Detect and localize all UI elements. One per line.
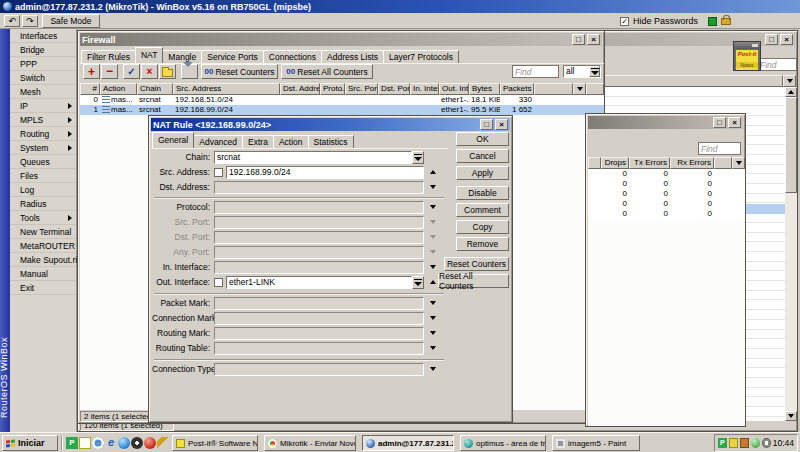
expand-arrow-icon[interactable] xyxy=(430,265,436,269)
tab-service-ports[interactable]: Service Ports xyxy=(201,50,264,63)
task-button-mikrotik-browser[interactable]: Mikrotik - Enviar Novo Tó... xyxy=(264,435,356,451)
tray-folder-icon[interactable] xyxy=(740,438,749,448)
out-interface-input[interactable]: ether1-LINK xyxy=(226,276,412,289)
in-interface-input[interactable] xyxy=(214,261,424,274)
sidebar-item-bridge[interactable]: Bridge xyxy=(10,43,76,57)
close-icon[interactable]: × xyxy=(780,34,793,45)
any-port-input[interactable] xyxy=(214,246,424,259)
minimize-icon[interactable]: □ xyxy=(572,34,585,45)
tab-connections[interactable]: Connections xyxy=(263,50,322,63)
sidebar-item-exit[interactable]: Exit xyxy=(10,281,76,295)
firewall-find-input[interactable] xyxy=(512,65,559,78)
col-dst-address[interactable]: Dst. Address xyxy=(280,83,320,95)
stats-row[interactable]: 000 xyxy=(588,179,745,189)
tab-statistics[interactable]: Statistics xyxy=(308,135,354,148)
sidebar-item-ip[interactable]: IP xyxy=(10,99,76,113)
task-button-winbox[interactable]: admin@177.87.231.2 ... xyxy=(362,435,454,451)
tab-layer7-protocols[interactable]: Layer7 Protocols xyxy=(383,50,459,63)
chain-dropdown-button[interactable] xyxy=(412,151,424,164)
tab-filter-rules[interactable]: Filter Rules xyxy=(81,50,136,63)
col-tx-errors[interactable]: Tx Errors xyxy=(629,157,670,169)
safe-mode-button[interactable]: Safe Mode xyxy=(42,14,100,28)
tab-general[interactable]: General xyxy=(152,132,194,148)
out-interface-dropdown-button[interactable] xyxy=(412,276,424,289)
col-out-interface[interactable]: Out. Int... xyxy=(439,83,469,95)
col-chain[interactable]: Chain xyxy=(137,83,173,95)
app-titlebar[interactable]: admin@177.87.231.2 (MikroTik) - WinBox v… xyxy=(0,0,800,13)
comment-button[interactable] xyxy=(159,64,176,79)
tab-address-lists[interactable]: Address Lists xyxy=(321,50,384,63)
quick-launch-note-icon[interactable] xyxy=(79,437,91,449)
sidebar-item-make-supout[interactable]: Make Supout.rif xyxy=(10,253,76,267)
minimize-icon[interactable]: □ xyxy=(713,117,726,128)
sidebar-item-queues[interactable]: Queues xyxy=(10,155,76,169)
background-column-menu-button[interactable] xyxy=(783,75,796,87)
quick-launch-notes-icon[interactable]: P xyxy=(66,437,78,449)
redo-button[interactable]: ↷ xyxy=(22,15,38,27)
src-address-negate-checkbox[interactable] xyxy=(214,168,223,177)
col-dst-port[interactable]: Dst. Port xyxy=(378,83,410,95)
scroll-down-button[interactable] xyxy=(785,411,797,421)
nat-dialog-titlebar[interactable]: NAT Rule <192.168.99.0/24> □ × xyxy=(151,118,510,131)
stats-row[interactable]: 000 xyxy=(588,199,745,209)
quick-launch-chrome-icon[interactable] xyxy=(92,437,104,449)
reset-all-counters-button[interactable]: Reset All Counters xyxy=(438,274,509,288)
reset-counters-button[interactable]: 00 Reset Counters xyxy=(201,64,278,79)
sidebar-item-mpls[interactable]: MPLS xyxy=(10,113,76,127)
tray-notes-icon[interactable]: P xyxy=(718,438,727,448)
minimize-icon[interactable]: □ xyxy=(765,34,778,45)
expand-arrow-icon[interactable] xyxy=(430,205,436,209)
col-drops[interactable]: Drops xyxy=(601,157,629,169)
undo-button[interactable]: ↶ xyxy=(4,15,20,27)
collapse-arrow-icon[interactable] xyxy=(430,170,436,174)
nat-rule-row-0[interactable]: 0 mas... srcnat 192.168.51.0/24 ether1-.… xyxy=(80,95,604,105)
task-button-postit[interactable]: Post-it® Software Notes xyxy=(172,435,258,451)
col-in-interface[interactable]: In. Inter... xyxy=(410,83,439,95)
sidebar-item-radius[interactable]: Radius xyxy=(10,197,76,211)
filter-scope-select[interactable]: all xyxy=(563,65,601,78)
col-src-port[interactable]: Src. Port xyxy=(345,83,378,95)
col-src-address[interactable]: Src. Address xyxy=(173,83,280,95)
firewall-titlebar[interactable]: Firewall □ × xyxy=(80,33,602,46)
sidebar-item-system[interactable]: System xyxy=(10,141,76,155)
dst-port-input[interactable] xyxy=(214,231,424,244)
post-it-notes-icon[interactable]: Post-it Notes xyxy=(733,41,761,71)
stats-window-titlebar[interactable]: □ × xyxy=(588,116,743,129)
reset-all-counters-button[interactable]: 00 Reset All Counters xyxy=(281,64,373,79)
tray-pad-icon[interactable] xyxy=(729,438,738,448)
scroll-up-button[interactable] xyxy=(785,87,797,97)
background-scrollbar[interactable] xyxy=(785,87,797,421)
col-packets[interactable]: Packets xyxy=(500,83,534,95)
comment-button[interactable]: Comment xyxy=(456,203,509,217)
sidebar-item-manual[interactable]: Manual xyxy=(10,267,76,281)
remove-rule-button[interactable]: − xyxy=(101,64,118,79)
cancel-button[interactable]: Cancel xyxy=(456,149,509,163)
stats-row[interactable]: 000 xyxy=(588,209,745,219)
tray-clock-icon[interactable] xyxy=(762,438,771,448)
stats-row[interactable]: 000 xyxy=(588,169,745,179)
filter-scope-dropdown-button[interactable] xyxy=(589,66,600,77)
add-rule-button[interactable]: + xyxy=(83,64,100,79)
close-icon[interactable]: × xyxy=(495,119,508,130)
col-action[interactable]: Action xyxy=(100,83,137,95)
stats-find-input[interactable] xyxy=(698,142,741,155)
connection-mark-input[interactable] xyxy=(214,312,424,325)
routing-table-input[interactable] xyxy=(214,342,424,355)
expand-arrow-icon[interactable] xyxy=(430,316,436,320)
scrollbar-thumb[interactable] xyxy=(785,97,797,193)
quick-launch-messenger-icon[interactable] xyxy=(118,437,130,449)
ok-button[interactable]: OK xyxy=(456,132,509,146)
quick-launch-pencil-icon[interactable] xyxy=(157,437,169,449)
chain-input[interactable]: srcnat xyxy=(214,151,412,164)
routing-mark-input[interactable] xyxy=(214,327,424,340)
sidebar-item-mesh[interactable]: Mesh xyxy=(10,85,76,99)
collapse-arrow-icon[interactable] xyxy=(430,280,436,284)
src-port-input[interactable] xyxy=(214,216,424,229)
sidebar-item-log[interactable]: Log xyxy=(10,183,76,197)
sidebar-item-routing[interactable]: Routing xyxy=(10,127,76,141)
col-bytes[interactable]: Bytes xyxy=(469,83,500,95)
col-proto[interactable]: Proto... xyxy=(320,83,345,95)
close-icon[interactable]: × xyxy=(728,117,741,128)
filter-button[interactable] xyxy=(181,64,198,79)
disable-button[interactable]: Disable xyxy=(456,186,509,200)
